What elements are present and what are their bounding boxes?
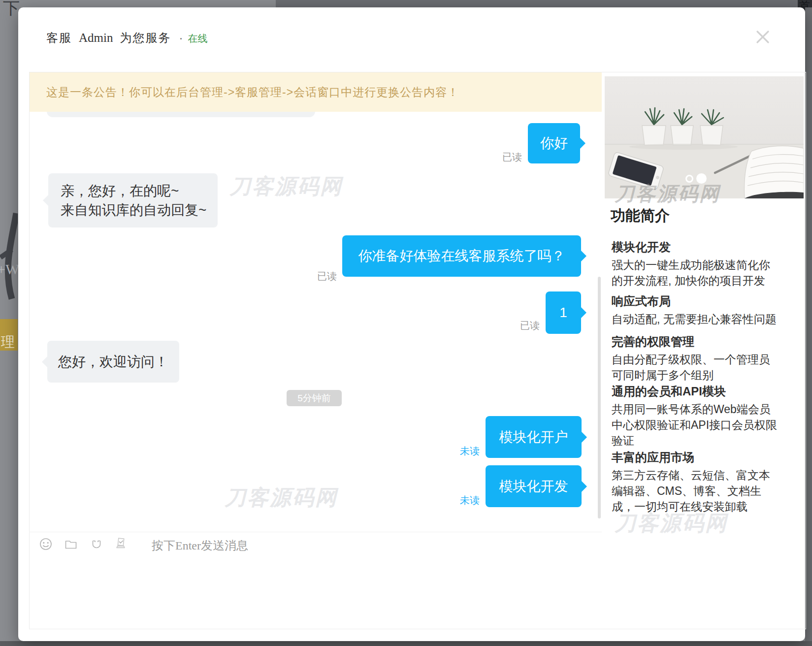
- backdrop-top-bar: [276, 0, 812, 7]
- message-bubble-incoming: 您好，欢迎访问！: [47, 341, 179, 383]
- watermark: 刀客源码网: [229, 172, 343, 201]
- bag-icon[interactable]: [89, 537, 104, 552]
- feature-desc: 共用同一账号体系的Web端会员中心权限验证和API接口会员权限验证: [612, 401, 780, 449]
- service-suffix: 为您服务: [120, 30, 171, 46]
- carousel-dot-active[interactable]: [696, 173, 707, 184]
- unread-status: 未读: [430, 494, 480, 507]
- dialog-header: 客服 Admin 为您服务 · 在线: [46, 30, 207, 46]
- read-status: 已读: [473, 151, 522, 164]
- service-label: 客服: [46, 30, 72, 46]
- feature-desc: 强大的一键生成功能极速简化你的开发流程, 加快你的项目开发: [612, 257, 780, 289]
- feature-desc: 第三方云存储、云短信、富文本编辑器、CMS、博客、文档生成，一切均可在线安装卸载: [612, 467, 780, 515]
- message-bubble-outgoing: 模块化开发: [486, 465, 582, 507]
- watermark: 刀客源码网: [225, 484, 338, 512]
- feature-item: 完善的权限管理 自由分配子级权限、一个管理员可同时属于多个组别: [612, 334, 780, 383]
- agent-name: Admin: [79, 31, 113, 45]
- composer-placeholder: 按下Enter发送消息: [152, 538, 248, 553]
- message-bubble-outgoing: 你准备好体验在线客服系统了吗？: [342, 235, 581, 277]
- chat-scrollbar-thumb[interactable]: [598, 277, 601, 518]
- feature-item: 丰富的应用市场 第三方云存储、云短信、富文本编辑器、CMS、博客、文档生成，一切…: [612, 450, 780, 515]
- feature-item: 模块化开发 强大的一键生成功能极速简化你的开发流程, 加快你的项目开发: [612, 239, 780, 289]
- feature-desc: 自由分配子级权限、一个管理员可同时属于多个组别: [612, 352, 780, 383]
- message-bubble-outgoing: 模块化开户: [486, 416, 582, 458]
- close-icon[interactable]: [753, 27, 773, 47]
- read-status: 已读: [490, 319, 540, 332]
- backdrop-bottom-strip: [0, 641, 812, 646]
- watermark: 刀客源码网: [615, 180, 720, 207]
- emoji-icon[interactable]: [38, 537, 53, 551]
- feature-title: 通用的会员和API模块: [612, 384, 780, 399]
- backdrop-gold-block: 理: [0, 319, 18, 351]
- feature-item: 响应式布局 自动适配, 无需要担心兼容性问题: [612, 293, 780, 327]
- feature-title: 完善的权限管理: [612, 334, 780, 350]
- online-status: 在线: [188, 32, 207, 45]
- folder-icon[interactable]: [64, 537, 78, 552]
- feature-title: 模块化开发: [612, 239, 780, 255]
- screen: 下 首 +W 理 客服 Admin 为您服务 · 在线 这是一条公告！你可以在后…: [0, 0, 812, 646]
- evaluate-icon[interactable]: [113, 536, 129, 551]
- watermark: 刀客源码网: [615, 509, 728, 538]
- announcement-bar: 这是一条公告！你可以在后台管理->客服管理->会话窗口中进行更换公告内容！: [30, 72, 602, 112]
- message-bubble-outgoing: 1: [546, 291, 581, 334]
- unread-status: 未读: [430, 445, 480, 458]
- separator-dot: ·: [179, 31, 183, 45]
- message-bubble-incoming: 亲，您好，在的呢~ 来自知识库的自动回复~: [48, 173, 218, 227]
- feature-title: 丰富的应用市场: [612, 450, 780, 465]
- backdrop-left-text: +W: [0, 261, 19, 278]
- sidebar-title: 功能简介: [611, 206, 670, 226]
- feature-item: 通用的会员和API模块 共用同一账号体系的Web端会员中心权限验证和API接口会…: [612, 384, 780, 449]
- backdrop-right-strip: [805, 7, 812, 641]
- message-text: 亲，您好，在的呢~ 来自知识库的自动回复~: [61, 181, 206, 220]
- message-input[interactable]: [30, 559, 601, 627]
- backdrop-top-left-text: 下: [3, 0, 20, 20]
- read-status: 已读: [266, 270, 337, 283]
- composer-divider: [30, 532, 602, 532]
- timestamp-pill: 5分钟前: [287, 390, 342, 406]
- carousel-dot-inactive[interactable]: [685, 175, 693, 183]
- feature-desc: 自动适配, 无需要担心兼容性问题: [612, 311, 780, 327]
- message-bubble-outgoing: 你好: [528, 123, 580, 163]
- feature-title: 响应式布局: [612, 293, 780, 309]
- backdrop-gold-text: 理: [1, 333, 15, 351]
